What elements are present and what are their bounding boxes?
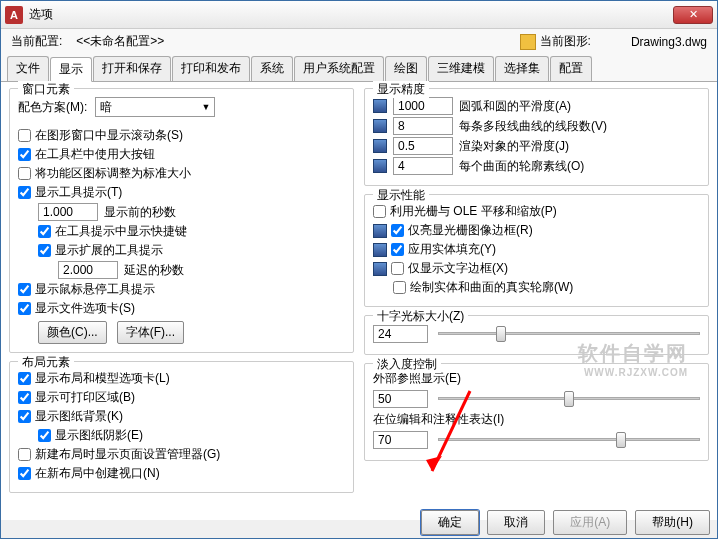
tab-drafting[interactable]: 绘图 xyxy=(385,56,427,81)
current-profile-value: <<未命名配置>> xyxy=(76,33,164,50)
tab-profiles[interactable]: 配置 xyxy=(550,56,592,81)
drawing-icon xyxy=(373,224,387,238)
app-logo-icon: A xyxy=(5,6,23,24)
group-title: 显示性能 xyxy=(373,187,429,204)
color-scheme-select[interactable]: 暗 ▼ xyxy=(95,97,215,117)
group-layout-elements: 布局元素 显示布局和模型选项卡(L) 显示可打印区域(B) 显示图纸背景(K) … xyxy=(9,361,354,493)
inplace-fade-label: 在位编辑和注释性表达(I) xyxy=(373,411,700,428)
group-title: 布局元素 xyxy=(18,354,74,371)
drawing-icon xyxy=(373,262,387,276)
cb-tt-shortcut[interactable]: 在工具提示中显示快捷键 xyxy=(38,223,187,240)
ext-tooltip-delay-input[interactable]: 2.000 xyxy=(58,261,118,279)
ok-button[interactable]: 确定 xyxy=(421,510,479,535)
cb-text-frame[interactable]: 仅显示文字边框(X) xyxy=(391,260,508,277)
fonts-button[interactable]: 字体(F)... xyxy=(117,321,184,344)
group-window-elements: 窗口元素 配色方案(M): 暗 ▼ 在图形窗口中显示滚动条(S) 在工具栏中使用… xyxy=(9,88,354,353)
chevron-down-icon: ▼ xyxy=(201,102,210,112)
tab-selection[interactable]: 选择集 xyxy=(495,56,549,81)
tooltip-delay-input[interactable]: 1.000 xyxy=(38,203,98,221)
inplace-fade-slider[interactable] xyxy=(438,430,700,450)
xref-fade-input[interactable]: 50 xyxy=(373,390,428,408)
cb-large-buttons[interactable]: 在工具栏中使用大按钮 xyxy=(18,146,155,163)
contour-lines-input[interactable]: 4 xyxy=(393,157,453,175)
group-display-precision: 显示精度 1000圆弧和圆的平滑度(A) 8每条多段线曲线的线段数(V) 0.5… xyxy=(364,88,709,186)
arc-smoothness-input[interactable]: 1000 xyxy=(393,97,453,115)
cb-scrollbar[interactable]: 在图形窗口中显示滚动条(S) xyxy=(18,127,183,144)
current-drawing-label: 当前图形: xyxy=(540,33,591,50)
cb-raster-frame[interactable]: 仅亮显光栅图像边框(R) xyxy=(391,222,533,239)
cb-true-silhouette[interactable]: 绘制实体和曲面的真实轮廓(W) xyxy=(393,279,573,296)
header-info: 当前配置: <<未命名配置>> 当前图形: Drawing3.dwg xyxy=(1,29,717,54)
inplace-fade-input[interactable]: 70 xyxy=(373,431,428,449)
group-crosshair-size: 十字光标大小(Z) 24 xyxy=(364,315,709,355)
arc-smoothness-label: 圆弧和圆的平滑度(A) xyxy=(459,98,571,115)
tabstrip: 文件 显示 打开和保存 打印和发布 系统 用户系统配置 绘图 三维建模 选择集 … xyxy=(1,54,717,82)
cb-paper-bg[interactable]: 显示图纸背景(K) xyxy=(18,408,123,425)
tab-files[interactable]: 文件 xyxy=(7,56,49,81)
cb-layout-tabs[interactable]: 显示布局和模型选项卡(L) xyxy=(18,370,170,387)
color-scheme-label: 配色方案(M): xyxy=(18,99,87,116)
crosshair-size-input[interactable]: 24 xyxy=(373,325,428,343)
tab-system[interactable]: 系统 xyxy=(251,56,293,81)
window-title: 选项 xyxy=(29,6,53,23)
group-title: 显示精度 xyxy=(373,81,429,98)
group-title: 淡入度控制 xyxy=(373,356,441,373)
polyline-segments-input[interactable]: 8 xyxy=(393,117,453,135)
current-drawing-value: Drawing3.dwg xyxy=(631,35,707,49)
cb-tt-extended[interactable]: 显示扩展的工具提示 xyxy=(38,242,163,259)
close-button[interactable]: ✕ xyxy=(673,6,713,24)
cb-tooltips[interactable]: 显示工具提示(T) xyxy=(18,184,122,201)
apply-button[interactable]: 应用(A) xyxy=(553,510,627,535)
cb-solid-fill[interactable]: 应用实体填充(Y) xyxy=(391,241,496,258)
group-title: 窗口元素 xyxy=(18,81,74,98)
polyline-segments-label: 每条多段线曲线的线段数(V) xyxy=(459,118,607,135)
group-display-performance: 显示性能 利用光栅与 OLE 平移和缩放(P) 仅亮显光栅图像边框(R) 应用实… xyxy=(364,194,709,307)
cb-ribbon-std[interactable]: 将功能区图标调整为标准大小 xyxy=(18,165,191,182)
help-button[interactable]: 帮助(H) xyxy=(635,510,710,535)
group-fade-control: 淡入度控制 外部参照显示(E) 50 在位编辑和注释性表达(I) 70 xyxy=(364,363,709,461)
cb-file-tabs[interactable]: 显示文件选项卡(S) xyxy=(18,300,135,317)
render-smoothness-label: 渲染对象的平滑度(J) xyxy=(459,138,569,155)
crosshair-size-slider[interactable] xyxy=(438,324,700,344)
render-smoothness-input[interactable]: 0.5 xyxy=(393,137,453,155)
xref-fade-slider[interactable] xyxy=(438,389,700,409)
ext-tooltip-delay-label: 延迟的秒数 xyxy=(124,262,184,279)
cb-create-viewport[interactable]: 在新布局中创建视口(N) xyxy=(18,465,160,482)
colors-button[interactable]: 颜色(C)... xyxy=(38,321,107,344)
tab-display[interactable]: 显示 xyxy=(50,57,92,82)
tooltip-delay-label: 显示前的秒数 xyxy=(104,204,176,221)
drawing-icon xyxy=(373,99,387,113)
group-title: 十字光标大小(Z) xyxy=(373,308,468,325)
cb-page-setup-mgr[interactable]: 新建布局时显示页面设置管理器(G) xyxy=(18,446,220,463)
drawing-icon xyxy=(373,243,387,257)
tab-open-save[interactable]: 打开和保存 xyxy=(93,56,171,81)
cb-hover-tooltip[interactable]: 显示鼠标悬停工具提示 xyxy=(18,281,155,298)
cb-pan-zoom-ole[interactable]: 利用光栅与 OLE 平移和缩放(P) xyxy=(373,203,557,220)
cancel-button[interactable]: 取消 xyxy=(487,510,545,535)
titlebar: A 选项 ✕ xyxy=(1,1,717,29)
cb-printable-area[interactable]: 显示可打印区域(B) xyxy=(18,389,135,406)
drawing-icon xyxy=(520,34,536,50)
cb-paper-shadow[interactable]: 显示图纸阴影(E) xyxy=(38,427,143,444)
current-profile-label: 当前配置: xyxy=(11,33,62,50)
drawing-icon xyxy=(373,159,387,173)
drawing-icon xyxy=(373,119,387,133)
tab-3d-modeling[interactable]: 三维建模 xyxy=(428,56,494,81)
tab-user-pref[interactable]: 用户系统配置 xyxy=(294,56,384,81)
contour-lines-label: 每个曲面的轮廓素线(O) xyxy=(459,158,584,175)
drawing-icon xyxy=(373,139,387,153)
tab-plot-publish[interactable]: 打印和发布 xyxy=(172,56,250,81)
